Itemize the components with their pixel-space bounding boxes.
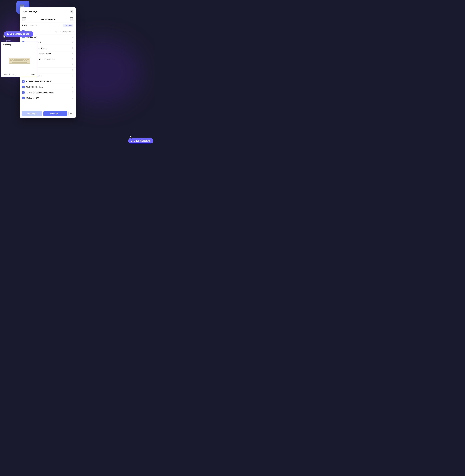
step1-label: 1. Select Component xyxy=(4,31,33,37)
list-item[interactable]: 9. 3-in-1 Purifier, Fan & Heater ⠿ xyxy=(20,79,76,84)
svg-rect-9 xyxy=(12,59,13,60)
cursor-step1 xyxy=(3,34,7,39)
svg-rect-15 xyxy=(23,59,24,60)
list-item-left: 9. 3-in-1 Purifier, Fan & Heater xyxy=(22,80,51,83)
svg-rect-27 xyxy=(12,62,27,63)
list-item-left: 12. Ludwig XIV xyxy=(22,97,39,99)
drag-handle-icon[interactable]: ⠿ xyxy=(72,63,74,66)
svg-rect-26 xyxy=(25,60,27,61)
svg-rect-20 xyxy=(14,60,16,61)
svg-rect-16 xyxy=(25,59,26,60)
component-card-footer: Black Ember · Carry $134.00 xyxy=(3,73,36,75)
drag-handle-icon[interactable]: ⠿ xyxy=(72,69,74,71)
component-label: ◈ component xyxy=(1,40,12,41)
drag-handle-icon[interactable]: ⠿ xyxy=(72,75,74,77)
tab-columns[interactable]: Columns xyxy=(30,24,37,27)
svg-rect-21 xyxy=(16,60,18,61)
drag-handle-icon[interactable]: ⠿ xyxy=(72,91,74,94)
list-item-text: 10. RETO Film Case xyxy=(26,86,43,88)
sync-button[interactable]: Sync xyxy=(63,24,74,28)
component-card-image xyxy=(3,47,36,72)
svg-rect-11 xyxy=(15,59,17,60)
list-item-left: 10. RETO Film Case xyxy=(22,86,43,88)
back-button[interactable]: ‹ xyxy=(22,17,26,21)
update-button[interactable]: Update (0) xyxy=(22,111,42,116)
drag-handle-icon[interactable]: ⠿ xyxy=(72,36,74,38)
list-item[interactable]: 11. Scuderia AlphaTauri Carry-on ⠿ xyxy=(20,90,76,95)
svg-rect-10 xyxy=(14,59,15,60)
svg-rect-8 xyxy=(10,59,11,60)
svg-rect-24 xyxy=(22,60,23,61)
list-item-left: 11. Scuderia AlphaTauri Carry-on xyxy=(22,91,53,94)
settings-button[interactable] xyxy=(68,111,74,116)
svg-rect-14 xyxy=(21,59,23,60)
drag-handle-icon[interactable]: ⠿ xyxy=(72,41,74,44)
row-count: 24 of 24 row(s) selected xyxy=(55,30,74,32)
panel-footer: Update (0) Generate ∧ xyxy=(20,109,76,118)
list-item[interactable]: 12. Ludwig XIV ⠿ xyxy=(20,95,76,101)
open-external-button[interactable] xyxy=(70,17,74,21)
drag-handle-icon[interactable]: ⠿ xyxy=(72,47,74,49)
generate-label: Generate xyxy=(50,112,58,115)
component-price: $134.00 xyxy=(31,73,36,75)
item-checkbox[interactable] xyxy=(22,91,25,94)
list-item[interactable]: 10. RETO Film Case ⠿ xyxy=(20,84,76,90)
svg-rect-23 xyxy=(20,60,21,61)
panel-subheader: ‹ beautiful goods xyxy=(20,16,76,23)
svg-point-28 xyxy=(71,113,72,114)
generate-chevron-icon: ∧ xyxy=(59,113,61,114)
svg-rect-18 xyxy=(10,60,12,61)
svg-rect-22 xyxy=(18,60,20,61)
svg-rect-13 xyxy=(19,59,21,60)
component-card-title: Grip Sling xyxy=(3,44,36,46)
sync-label: Sync xyxy=(67,25,72,27)
panel-title: Table To Image xyxy=(22,10,37,13)
svg-rect-1 xyxy=(20,5,24,6)
component-card: Grip Sling xyxy=(1,41,38,77)
drag-handle-icon[interactable]: ⠿ xyxy=(72,80,74,83)
drag-handle-icon[interactable]: ⠿ xyxy=(72,58,74,61)
generate-button[interactable]: Generate ∧ xyxy=(43,111,67,116)
svg-rect-19 xyxy=(12,60,14,61)
tabs-left: Rows Columns xyxy=(22,24,37,27)
item-checkbox[interactable] xyxy=(22,97,25,99)
list-item-text: 12. Ludwig XIV xyxy=(26,97,39,99)
svg-rect-12 xyxy=(17,59,19,60)
item-checkbox[interactable] xyxy=(22,80,25,83)
close-button[interactable]: × xyxy=(70,10,74,13)
drag-handle-icon[interactable]: ⠿ xyxy=(72,86,74,88)
list-item-text: 11. Scuderia AlphaTauri Carry-on xyxy=(26,91,53,94)
list-item-text: 9. 3-in-1 Purifier, Fan & Heater xyxy=(26,80,51,82)
tabs-row: Rows Columns Sync xyxy=(20,23,76,29)
page-title: beautiful goods xyxy=(41,18,55,20)
drag-handle-icon[interactable]: ⠿ xyxy=(72,52,74,55)
svg-rect-2 xyxy=(20,7,24,7)
component-brand: Black Ember · Carry xyxy=(3,73,16,75)
drag-handle-icon[interactable]: ⠿ xyxy=(72,97,74,99)
cursor-step2 xyxy=(129,135,133,139)
svg-rect-25 xyxy=(24,60,25,61)
tab-rows[interactable]: Rows xyxy=(22,24,27,27)
panel-header: Table To Image × xyxy=(20,7,76,16)
item-checkbox[interactable] xyxy=(22,86,25,88)
svg-rect-17 xyxy=(27,59,29,60)
